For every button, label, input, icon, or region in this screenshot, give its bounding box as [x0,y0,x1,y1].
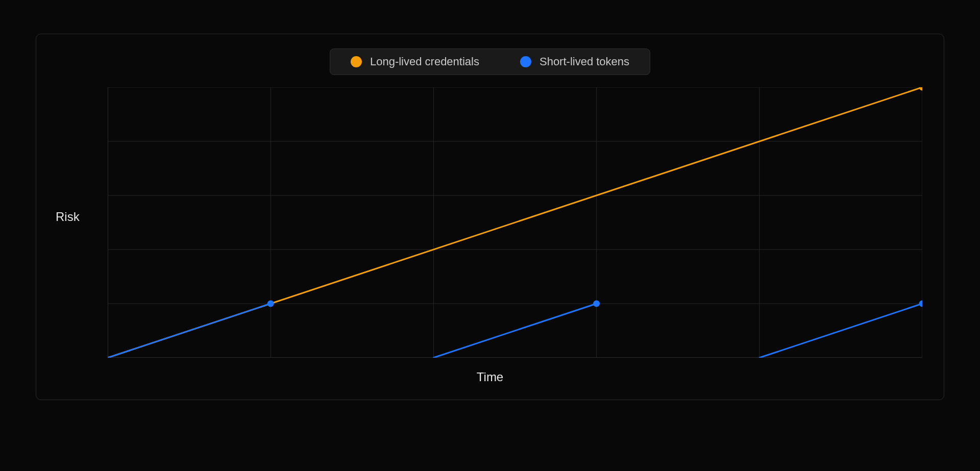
svg-point-16 [593,301,600,307]
svg-point-15 [267,301,274,307]
legend-label: Short-lived tokens [540,55,629,68]
legend-label: Long-lived credentials [370,55,479,68]
chart-plot-area [108,87,922,358]
legend-item-short-lived: Short-lived tokens [520,55,629,68]
legend-swatch-icon [351,56,362,67]
chart-legend: Long-lived credentials Short-lived token… [330,48,650,75]
svg-point-17 [919,301,923,307]
legend-item-long-lived: Long-lived credentials [351,55,479,68]
x-axis-label: Time [477,370,503,384]
chart-panel: Long-lived credentials Short-lived token… [36,34,944,400]
y-axis-label: Risk [56,210,80,224]
legend-swatch-icon [520,56,531,67]
svg-point-14 [919,87,923,91]
